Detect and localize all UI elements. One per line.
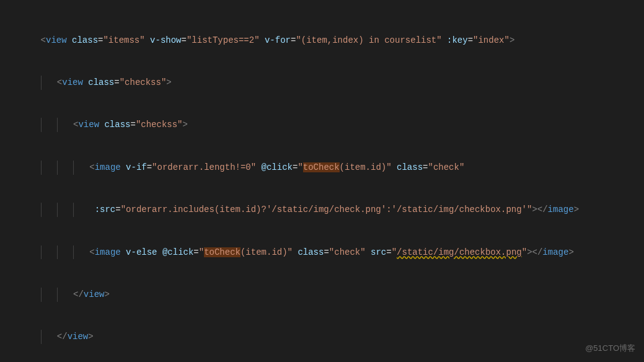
code-editor[interactable]: <view class="itemss" v-show="listTypes==…	[0, 0, 644, 362]
watermark-label: @51CTO博客	[585, 342, 635, 356]
code-line[interactable]: </view>	[20, 288, 644, 302]
highlight-tocheck: toCheck	[204, 247, 240, 257]
code-line[interactable]: <image v-else @click="toCheck(item.id)" …	[20, 245, 644, 260]
code-line[interactable]: :src="orderarr.includes(item.id)?'/stati…	[20, 203, 644, 217]
code-line[interactable]: <view class="checkss">	[20, 118, 644, 132]
code-line[interactable]: <view class="itemss" v-show="listTypes==…	[20, 33, 644, 48]
highlight-tocheck: toCheck	[303, 162, 340, 172]
code-line[interactable]: </view>	[20, 330, 644, 344]
code-line[interactable]: <image v-if="orderarr.length!=0" @click=…	[20, 161, 644, 175]
code-line[interactable]: <view class="checkss">	[20, 76, 644, 90]
